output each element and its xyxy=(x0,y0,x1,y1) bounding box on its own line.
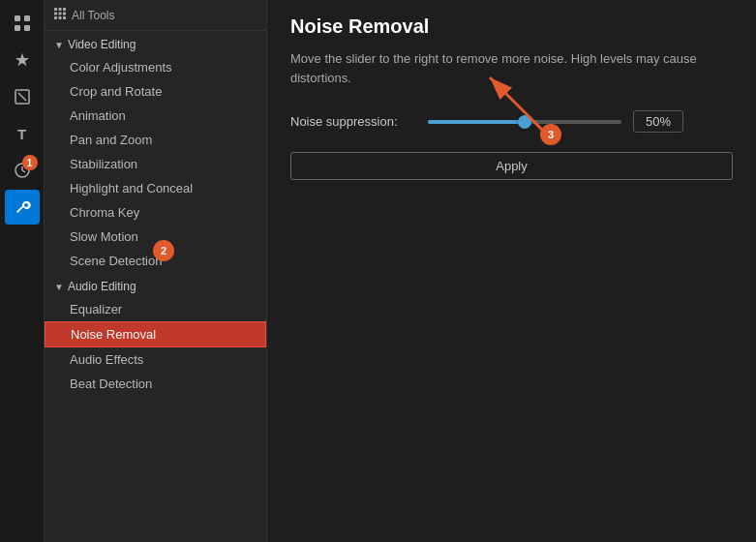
svg-rect-17 xyxy=(59,16,62,19)
sidebar-item-equalizer[interactable]: Equalizer xyxy=(45,297,266,321)
svg-rect-14 xyxy=(59,13,62,15)
chevron-down-icon: ▼ xyxy=(54,40,64,50)
step-3-badge: 3 xyxy=(540,124,561,145)
svg-rect-15 xyxy=(63,13,66,15)
tools-icon-btn[interactable] xyxy=(5,190,40,225)
sidebar-item-beat-detection[interactable]: Beat Detection xyxy=(45,372,266,396)
svg-rect-10 xyxy=(54,8,57,11)
all-tools-header[interactable]: All Tools xyxy=(45,0,266,31)
svg-rect-2 xyxy=(15,25,20,31)
star-icon-btn[interactable] xyxy=(5,43,40,77)
chevron-down-icon-2: ▼ xyxy=(54,282,64,292)
main-content: Noise Removal Move the slider to the rig… xyxy=(267,0,756,542)
svg-rect-3 xyxy=(24,25,30,31)
video-editing-section-header[interactable]: ▼ Video Editing xyxy=(45,31,266,55)
annotation-arrow-3: 3 xyxy=(461,58,577,149)
sidebar-item-chroma-key[interactable]: Chroma Key xyxy=(45,200,266,225)
svg-rect-1 xyxy=(24,15,30,21)
all-tools-label: All Tools xyxy=(72,9,114,22)
svg-rect-11 xyxy=(59,8,62,11)
suppression-value[interactable]: 50% xyxy=(633,110,683,133)
crop-icon-btn[interactable] xyxy=(5,79,40,114)
clock-icon-btn[interactable]: 1 xyxy=(5,153,40,188)
sidebar-item-highlight-conceal[interactable]: Highlight and Conceal xyxy=(45,176,266,200)
audio-editing-section-header[interactable]: ▼ Audio Editing xyxy=(45,273,266,297)
icon-bar: T 1 xyxy=(0,0,45,542)
svg-line-6 xyxy=(18,93,26,101)
sidebar-item-animation[interactable]: Animation xyxy=(45,104,266,128)
step-2-badge: 2 xyxy=(153,240,174,261)
svg-marker-4 xyxy=(15,53,29,66)
sidebar-item-pan-zoom[interactable]: Pan and Zoom xyxy=(45,128,266,152)
grid-add-icon-btn[interactable] xyxy=(5,6,40,41)
svg-rect-12 xyxy=(63,8,66,11)
sidebar-item-stabilization[interactable]: Stabilization xyxy=(45,152,266,176)
svg-rect-18 xyxy=(63,16,66,19)
apply-button[interactable]: Apply xyxy=(290,152,733,180)
sidebar-item-crop-rotate[interactable]: Crop and Rotate xyxy=(45,79,266,104)
clock-badge: 1 xyxy=(22,155,38,170)
page-title: Noise Removal xyxy=(290,15,733,38)
suppression-label: Noise suppression: xyxy=(290,114,416,129)
svg-rect-0 xyxy=(15,15,20,21)
video-editing-label: Video Editing xyxy=(68,38,136,51)
sidebar-item-audio-effects[interactable]: Audio Effects xyxy=(45,347,266,372)
grid-icon xyxy=(54,8,66,22)
text-symbol: T xyxy=(17,126,26,142)
audio-editing-label: Audio Editing xyxy=(68,280,136,293)
svg-rect-13 xyxy=(54,13,57,15)
sidebar: All Tools ▼ Video Editing Color Adjustme… xyxy=(45,0,267,542)
sidebar-item-color-adjustments[interactable]: Color Adjustments xyxy=(45,55,266,79)
svg-rect-16 xyxy=(54,16,57,19)
svg-line-9 xyxy=(22,170,25,172)
sidebar-item-noise-removal[interactable]: Noise Removal xyxy=(45,321,266,347)
text-icon-btn[interactable]: T xyxy=(5,116,40,151)
